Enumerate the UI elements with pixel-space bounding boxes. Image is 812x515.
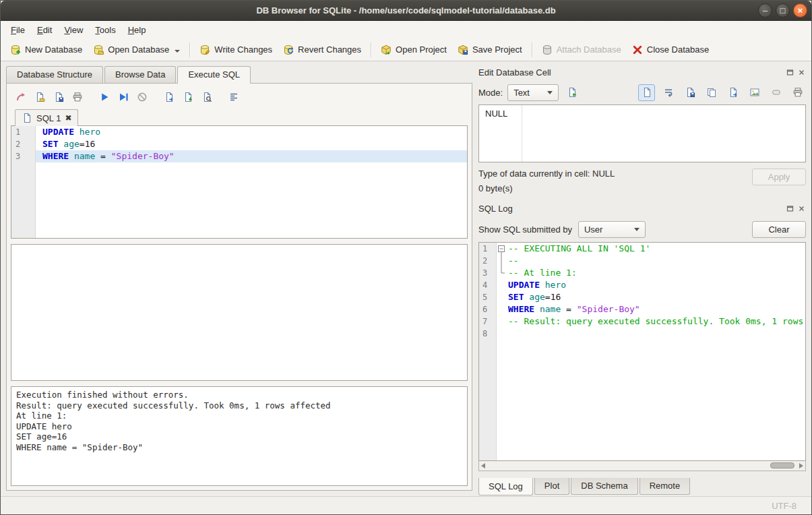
log-horizontal-scrollbar[interactable] — [478, 461, 806, 471]
main-tab-bar: Database StructureBrowse DataExecute SQL — [6, 66, 472, 83]
close-tab-icon[interactable]: ✖ — [65, 113, 71, 123]
code-line[interactable]: 1UPDATE hero — [11, 126, 467, 138]
output-line: WHERE name = "Spider-Boy" — [16, 442, 462, 453]
dock-close-icon[interactable] — [797, 68, 806, 77]
cell-size-info: 0 byte(s) — [478, 183, 615, 193]
execute-line-icon[interactable] — [115, 89, 131, 106]
print-icon[interactable] — [69, 89, 86, 106]
close-database-button[interactable]: Close Database — [627, 42, 715, 58]
dock-tab-sql-log[interactable]: SQL Log — [478, 478, 533, 495]
cell-editor[interactable]: NULL — [478, 104, 806, 162]
open-sql-icon[interactable] — [31, 89, 48, 106]
project-open-icon — [381, 44, 392, 55]
save-sql-icon[interactable] — [50, 89, 67, 106]
fold-marker-icon — [497, 279, 507, 291]
dock-float-icon[interactable] — [786, 204, 794, 213]
log-filter-select[interactable]: User — [578, 221, 646, 238]
code-line[interactable]: 3WHERE name = "Spider-Boy" — [11, 150, 467, 162]
tab-database-structure[interactable]: Database Structure — [6, 66, 103, 83]
menu-edit[interactable]: Edit — [31, 22, 58, 38]
scroll-left-icon[interactable] — [481, 463, 485, 468]
code-line[interactable]: 1-- EXECUTING ALL IN 'SQL 1' — [479, 243, 805, 255]
new-tab-icon[interactable] — [12, 89, 29, 106]
word-wrap-icon[interactable] — [660, 84, 677, 101]
sql-log-editor[interactable]: 1-- EXECUTING ALL IN 'SQL 1'2--3-- At li… — [478, 242, 806, 461]
toolbar-separator — [189, 42, 190, 57]
app-window: DB Browser for SQLite - /home/user/code/… — [0, 0, 812, 515]
sql-log-dock-title: SQL Log — [478, 200, 806, 216]
dock-float-icon[interactable] — [786, 68, 794, 77]
code-line[interactable]: 2-- — [479, 255, 805, 267]
stop-icon[interactable] — [133, 89, 150, 106]
line-number: 2 — [479, 255, 497, 267]
revert-changes-button[interactable]: Revert Changes — [278, 42, 367, 58]
save-results-icon[interactable] — [179, 89, 196, 106]
print-cell-icon[interactable] — [789, 84, 806, 101]
mode-select[interactable]: Text — [507, 84, 559, 101]
export-csv-icon[interactable] — [160, 89, 177, 106]
sql-tab-label: SQL 1 — [36, 113, 61, 123]
document-view-icon[interactable] — [638, 84, 655, 101]
chevron-down-icon — [634, 228, 639, 231]
execute-all-icon[interactable] — [96, 89, 113, 106]
edit-cell-dock-title: Edit Database Cell — [478, 64, 806, 80]
tab-execute-sql[interactable]: Execute SQL — [177, 66, 251, 84]
output-line: SET age=16 — [16, 431, 462, 442]
chevron-down-icon — [547, 91, 553, 94]
set-null-icon[interactable] — [768, 84, 784, 101]
scroll-right-icon[interactable] — [799, 463, 803, 468]
find-icon[interactable] — [198, 89, 215, 106]
menu-help[interactable]: Help — [122, 22, 152, 38]
save-cell-icon[interactable] — [681, 84, 698, 101]
tab-browse-data[interactable]: Browse Data — [104, 66, 176, 83]
image-view-icon[interactable] — [746, 84, 763, 101]
code-line[interactable]: 4UPDATE hero — [479, 279, 805, 291]
save-project-button[interactable]: Save Project — [452, 42, 528, 58]
code-line[interactable]: 6WHERE name = "Spider-Boy" — [479, 303, 805, 315]
close-button[interactable]: × — [793, 3, 807, 18]
open-database-button[interactable]: Open Database — [88, 42, 185, 58]
minimize-button[interactable]: – — [758, 3, 772, 18]
main-toolbar: New DatabaseOpen DatabaseWrite ChangesRe… — [1, 38, 811, 61]
format-sql-icon[interactable] — [225, 89, 242, 106]
export-cell-icon[interactable] — [724, 84, 741, 101]
import-data-icon[interactable] — [563, 84, 580, 101]
copy-cell-icon[interactable] — [703, 84, 720, 101]
code-line[interactable]: 5SET age=16 — [479, 291, 805, 303]
code-line[interactable]: 7-- Result: query executed successfully.… — [479, 315, 805, 328]
menu-tools[interactable]: Tools — [89, 22, 121, 38]
code-line[interactable]: 8 — [479, 328, 805, 340]
sql-file-icon — [22, 113, 32, 123]
window-title: DB Browser for SQLite - /home/user/code/… — [256, 5, 555, 16]
dock-tab-plot[interactable]: Plot — [534, 478, 569, 495]
open-project-button[interactable]: Open Project — [375, 42, 452, 58]
log-filter-row: Show SQL submitted by User Clear — [478, 216, 806, 242]
execution-output: Execution finished without errors.Result… — [11, 386, 468, 486]
sql-tab-bar: SQL 1 ✖ — [11, 108, 468, 125]
project-save-icon — [458, 44, 468, 55]
clear-log-button[interactable]: Clear — [752, 221, 806, 238]
log-filter-label: Show SQL submitted by — [478, 224, 572, 235]
chevron-down-icon[interactable] — [175, 50, 180, 53]
scrollbar-thumb[interactable] — [770, 462, 794, 468]
line-number: 3 — [479, 267, 497, 279]
menu-file[interactable]: File — [5, 22, 31, 38]
maximize-button[interactable]: □ — [776, 3, 790, 18]
dock-tab-db-schema[interactable]: DB Schema — [571, 478, 637, 495]
maximize-icon: □ — [780, 6, 786, 15]
dock-tab-remote[interactable]: Remote — [639, 478, 691, 495]
sql-editor[interactable]: 1UPDATE hero2SET age=163WHERE name = "Sp… — [11, 125, 468, 239]
encoding-indicator: UTF-8 — [772, 501, 797, 511]
code-line[interactable]: 2SET age=16 — [11, 138, 467, 150]
code-line[interactable]: 3-- At line 1: — [479, 267, 805, 279]
right-dock: Edit Database Cell Mode: Text NULL — [472, 61, 811, 496]
sql-tab[interactable]: SQL 1 ✖ — [15, 109, 78, 126]
title-bar[interactable]: DB Browser for SQLite - /home/user/code/… — [1, 1, 811, 21]
results-grid[interactable] — [11, 244, 468, 381]
menu-view[interactable]: View — [58, 22, 89, 38]
cell-text-area[interactable] — [522, 105, 805, 162]
dock-close-icon[interactable] — [797, 204, 806, 213]
write-changes-button[interactable]: Write Changes — [194, 42, 278, 58]
new-database-button[interactable]: New Database — [5, 42, 88, 58]
fold-marker-icon[interactable] — [497, 243, 507, 255]
